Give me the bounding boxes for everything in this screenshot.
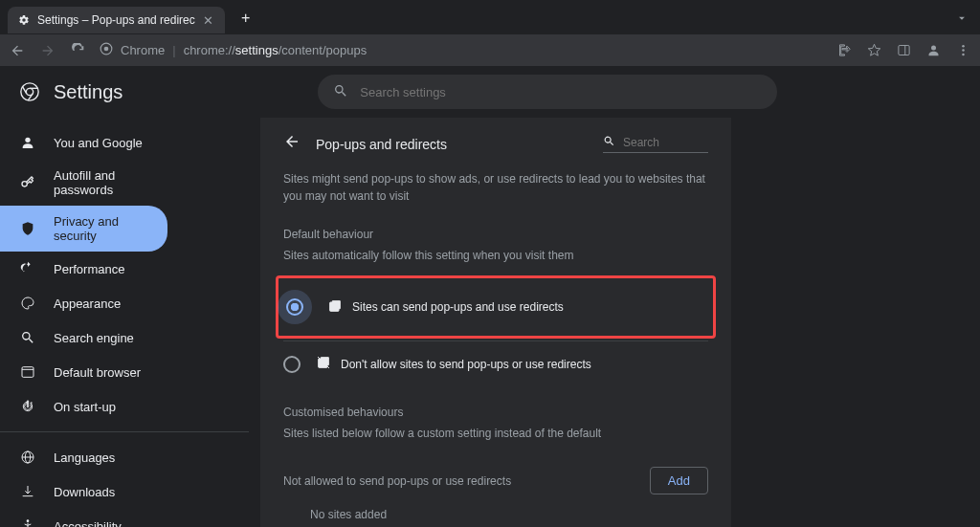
tab-title: Settings – Pop-ups and redirec <box>37 13 195 27</box>
radio-block-popups[interactable]: Don't allow sites to send pop-ups or use… <box>283 343 708 384</box>
default-behaviour-title: Default behaviour <box>283 228 708 241</box>
sidebar-item-languages[interactable]: Languages <box>0 440 167 474</box>
sidebar-item-label: You and Google <box>54 136 143 150</box>
search-icon <box>333 83 348 101</box>
custom-behaviours-title: Customised behaviours <box>283 406 708 419</box>
sidebar-item-privacy[interactable]: Privacy and security <box>0 206 167 252</box>
search-icon <box>19 329 36 346</box>
radio-label-text: Sites can send pop-ups and use redirects <box>352 300 564 314</box>
content-title: Pop-ups and redirects <box>316 137 588 152</box>
share-icon[interactable] <box>837 43 852 57</box>
svg-line-11 <box>22 86 27 94</box>
divider <box>0 431 249 432</box>
not-allowed-title: Not allowed to send pop-ups or use redir… <box>283 474 511 488</box>
sidebar-item-label: Appearance <box>54 296 121 311</box>
settings-search-input[interactable] <box>360 85 762 99</box>
sidebar-item-label: Performance <box>54 262 124 276</box>
content-search-input[interactable] <box>623 136 700 149</box>
chevron-down-icon[interactable] <box>955 11 969 33</box>
svg-rect-2 <box>899 46 909 55</box>
sidebar-item-performance[interactable]: Performance <box>0 252 167 286</box>
back-icon[interactable] <box>10 43 25 58</box>
bookmark-icon[interactable] <box>867 43 881 57</box>
browser-tab[interactable]: Settings – Pop-ups and redirec ✕ <box>8 7 225 33</box>
default-behaviour-subtitle: Sites automatically follow this setting … <box>283 249 708 262</box>
sidebar-item-startup[interactable]: On start-up <box>0 389 167 424</box>
settings-header: Settings <box>0 66 980 118</box>
sidebar-item-label: Search engine <box>54 331 134 345</box>
add-not-allowed-button[interactable]: Add <box>650 467 708 494</box>
sidebar-item-appearance[interactable]: Appearance <box>0 286 167 320</box>
download-icon <box>19 483 36 500</box>
reload-icon[interactable] <box>71 43 86 58</box>
sidebar-item-you-and-google[interactable]: You and Google <box>0 125 167 160</box>
svg-point-1 <box>104 47 109 52</box>
svg-point-20 <box>27 519 30 522</box>
no-sites-text: No sites added <box>283 508 708 521</box>
forward-icon[interactable] <box>40 43 56 58</box>
sidebar-item-label: Privacy and security <box>54 214 148 243</box>
new-tab-button[interactable]: + <box>233 5 259 32</box>
back-arrow-icon[interactable] <box>283 133 301 155</box>
svg-point-7 <box>962 54 965 56</box>
sidebar-item-label: Default browser <box>54 365 141 380</box>
description-text: Sites might send pop-ups to show ads, or… <box>283 170 708 205</box>
content-search[interactable] <box>603 135 708 153</box>
address-field[interactable]: Chrome | chrome://settings/content/popup… <box>100 42 824 58</box>
svg-point-6 <box>962 49 965 52</box>
popup-block-icon <box>316 355 331 373</box>
radio-selected-icon <box>286 298 303 316</box>
sidebar-item-downloads[interactable]: Downloads <box>0 474 167 509</box>
radio-allow-popups[interactable]: Sites can send pop-ups and use redirects <box>286 278 705 336</box>
svg-point-5 <box>962 45 965 48</box>
sidebar: You and Google Autofill and passwords Pr… <box>0 118 249 527</box>
page-title: Settings <box>54 81 122 103</box>
close-icon[interactable]: ✕ <box>202 13 215 27</box>
profile-icon[interactable] <box>926 43 941 57</box>
radio-unselected-icon <box>283 356 301 373</box>
highlighted-option: Sites can send pop-ups and use redirects <box>276 275 716 339</box>
sidebar-item-label: Autofill and passwords <box>54 168 148 197</box>
custom-behaviours-subtitle: Sites listed below follow a custom setti… <box>283 427 708 440</box>
menu-icon[interactable] <box>956 43 970 57</box>
chrome-icon <box>100 42 113 58</box>
browser-tab-bar: Settings – Pop-ups and redirec ✕ + <box>0 0 980 33</box>
power-icon <box>19 398 36 415</box>
popup-allow-icon <box>327 298 343 317</box>
sidebar-item-accessibility[interactable]: Accessibility <box>0 509 167 527</box>
key-icon <box>19 174 36 191</box>
palette-icon <box>19 295 36 312</box>
sidebar-item-autofill[interactable]: Autofill and passwords <box>0 160 167 206</box>
svg-point-4 <box>931 46 936 51</box>
svg-point-13 <box>25 138 30 143</box>
speedometer-icon <box>19 260 36 277</box>
divider <box>283 340 708 341</box>
shield-icon <box>19 220 36 237</box>
content-panel: Pop-ups and redirects Sites might send p… <box>260 118 731 527</box>
panel-icon[interactable] <box>897 43 911 57</box>
sidebar-item-label: Downloads <box>54 485 115 499</box>
chrome-logo-icon <box>19 81 40 102</box>
radio-label-text: Don't allow sites to send pop-ups or use… <box>341 358 591 371</box>
gear-icon <box>17 13 31 27</box>
settings-search[interactable] <box>318 75 777 109</box>
sidebar-item-default-browser[interactable]: Default browser <box>0 355 167 389</box>
url-prefix: Chrome <box>121 43 165 57</box>
sidebar-item-label: Languages <box>54 450 115 465</box>
url-text: chrome://settings/content/popups <box>184 43 368 57</box>
person-icon <box>19 134 36 151</box>
sidebar-item-search-engine[interactable]: Search engine <box>0 320 167 355</box>
address-bar: Chrome | chrome://settings/content/popup… <box>0 33 980 66</box>
browser-icon <box>19 363 36 381</box>
svg-point-14 <box>22 182 27 187</box>
sidebar-item-label: On start-up <box>54 400 116 414</box>
sidebar-item-label: Accessibility <box>54 519 122 528</box>
globe-icon <box>19 449 36 466</box>
svg-rect-15 <box>22 367 33 378</box>
accessibility-icon <box>19 517 36 527</box>
search-icon <box>603 135 615 150</box>
